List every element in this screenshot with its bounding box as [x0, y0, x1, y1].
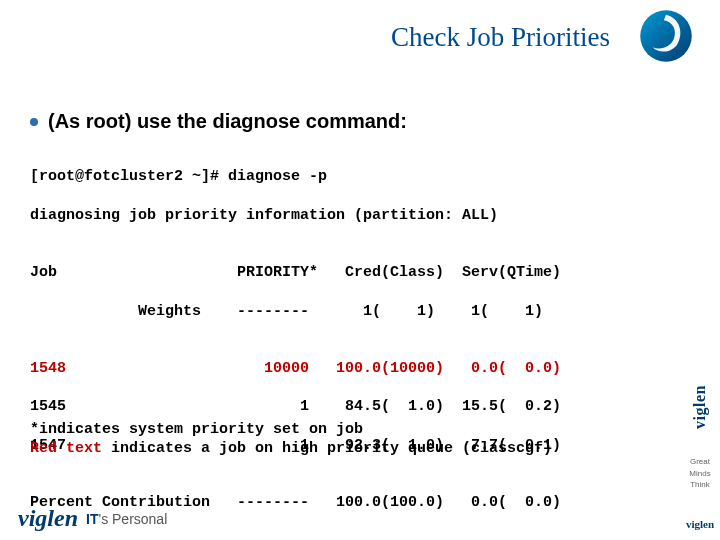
cmd-output-line: diagnosing job priority information (par…: [30, 206, 561, 225]
footnote-rest: indicates a job on high priority queue (…: [102, 440, 552, 457]
footnote-line: *indicates system priority set on job: [30, 420, 552, 439]
footer-tagline: IT's Personal: [86, 511, 167, 527]
footer-tagline-it: IT: [86, 511, 98, 527]
footer-tagline-rest: 's Personal: [98, 511, 167, 527]
cmd-line: [root@fotcluster2 ~]# diagnose -p: [30, 167, 561, 186]
sidebar-slogan: Great Minds Think: [680, 456, 720, 490]
footnote-line: Red text indicates a job on high priorit…: [30, 439, 552, 458]
sidebar-brand: viglen Great Minds Think viglen: [680, 80, 720, 540]
bullet-item: (As root) use the diagnose command:: [30, 110, 407, 133]
table-row: 1545 1 84.5( 1.0) 15.5( 0.2): [30, 397, 561, 416]
table-row-highlight: 1548 10000 100.0(10000) 0.0( 0.0): [30, 359, 561, 378]
table-header-2: Weights -------- 1( 1) 1( 1): [30, 302, 561, 321]
table-header-1: Job PRIORITY* Cred(Class) Serv(QTime): [30, 263, 561, 282]
footer-brand-name: viglen: [18, 505, 78, 532]
sidebar-brand-small: viglen: [686, 518, 714, 530]
terminal-output: [root@fotcluster2 ~]# diagnose -p diagno…: [30, 148, 561, 532]
footnote-block: *indicates system priority set on job Re…: [30, 420, 552, 458]
footer-brand: viglen IT's Personal: [18, 505, 167, 532]
bullet-text: (As root) use the diagnose command:: [48, 110, 407, 133]
brand-swirl-logo: [638, 8, 694, 64]
sidebar-brand-vertical: viglen: [691, 385, 709, 429]
bullet-dot-icon: [30, 118, 38, 126]
page-title: Check Job Priorities: [391, 22, 610, 53]
footnote-red: Red text: [30, 440, 102, 457]
